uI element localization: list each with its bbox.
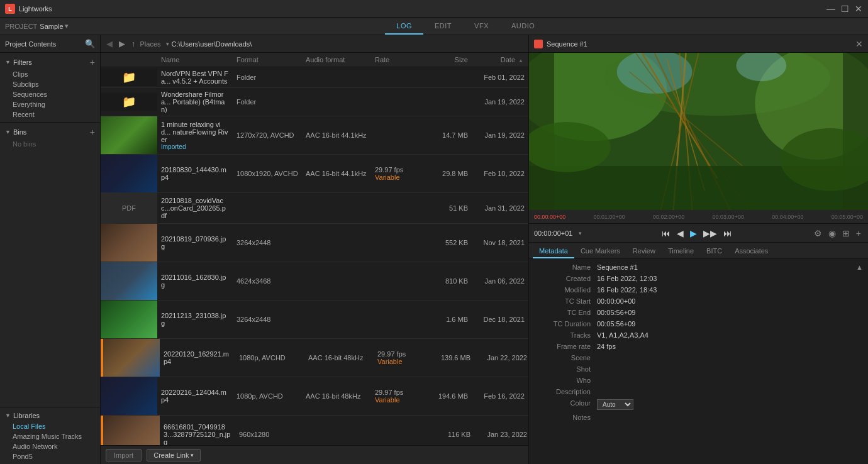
row-name: 20211016_162830.jpg — [157, 271, 233, 291]
ruler-mark-1: 00:01:00+00 — [594, 214, 625, 220]
nav-back-button[interactable]: ◀ — [104, 39, 114, 48]
col-header-format[interactable]: Format — [233, 55, 302, 65]
table-row[interactable]: 20211016_162830.jpg 4624x3468 810 KB Jan… — [101, 262, 528, 301]
titlebar: L Lightworks — ☐ ✕ — [0, 0, 868, 18]
playback-bar: 00:00:00+01 ▾ ⏮ ◀ ▶ ▶▶ ⏭ ⚙ ◉ ⊞ + — [529, 224, 868, 243]
right-panel: Sequence #1 ✕ — [528, 35, 868, 464]
video-preview — [529, 53, 868, 210]
playback-goto-start-button[interactable]: ⏮ — [660, 228, 672, 238]
tab-log[interactable]: LOG — [385, 18, 423, 35]
playback-prev-frame-button[interactable]: ◀ — [675, 228, 686, 238]
bins-add-icon[interactable]: + — [90, 127, 95, 137]
tab-cue-markers[interactable]: Cue Markers — [574, 245, 626, 258]
row-thumb — [101, 301, 157, 338]
row-rate: 29.97 fps Variable — [371, 166, 421, 181]
row-size: 552 KB — [421, 239, 472, 246]
library-local-files[interactable]: Local Files — [0, 421, 100, 431]
tab-edit[interactable]: EDIT — [423, 18, 463, 35]
row-date: Jan 19, 2022 — [472, 131, 528, 139]
metadata-row-created: Created 16 Feb 2022, 12:03 — [529, 273, 868, 284]
library-amazing-music[interactable]: Amazing Music Tracks — [0, 431, 100, 441]
filter-subclips[interactable]: Subclips — [0, 79, 100, 89]
bins-arrow-icon: ▼ — [5, 129, 11, 135]
colour-select[interactable]: Auto Red Green Blue — [597, 399, 633, 410]
metadata-row-framerate: Frame rate 24 fps — [529, 341, 868, 352]
file-list-header: Name Format Audio format Rate Size Date … — [101, 53, 528, 67]
tab-bitc[interactable]: BITC — [700, 245, 728, 258]
table-row[interactable]: 20220216_124044.mp4 1080p, AVCHD AAC 16-… — [101, 377, 528, 416]
sequence-close-button[interactable]: ✕ — [855, 39, 863, 49]
table-row[interactable]: 1 minute relaxing vid... natureFlowing R… — [101, 116, 528, 155]
libraries-arrow-icon: ▼ — [5, 412, 11, 419]
table-row[interactable]: 📁 NordVPN Best VPN Fa... v4.5.2 + Accoun… — [101, 67, 528, 88]
playback-icon-2[interactable]: ◉ — [826, 228, 838, 238]
row-format: Folder — [233, 98, 302, 106]
playback-icon-3[interactable]: ⊞ — [840, 228, 852, 238]
path-value: C:\Users\user\Downloads\ — [172, 40, 252, 48]
playback-icon-1[interactable]: ⚙ — [812, 228, 824, 238]
bins-section-header[interactable]: ▼ Bins + — [0, 125, 100, 139]
row-format: 4624x3468 — [233, 277, 302, 285]
row-audio: AAC 16-bit 48kHz — [302, 392, 371, 400]
tab-vfx[interactable]: VFX — [463, 18, 500, 35]
filter-recent[interactable]: Recent — [0, 109, 100, 119]
create-link-button[interactable]: Create Link ▾ — [147, 449, 201, 461]
col-header-name[interactable]: Name — [157, 55, 233, 65]
folder-icon: 📁 — [122, 95, 136, 109]
playback-play-button[interactable]: ▶ — [688, 228, 699, 238]
metadata-collapse-icon[interactable]: ▲ — [856, 263, 863, 271]
row-size: 139.6 MB — [424, 354, 474, 362]
nav-up-button[interactable]: ↑ — [130, 39, 138, 48]
tab-metadata[interactable]: Metadata — [533, 245, 574, 258]
col-header-audio[interactable]: Audio format — [302, 55, 371, 65]
file-list: 📁 NordVPN Best VPN Fa... v4.5.2 + Accoun… — [101, 67, 528, 445]
filter-clips[interactable]: Clips — [0, 69, 100, 79]
table-row[interactable]: 20180830_144430.mp4 1080x1920, AVCHD AAC… — [101, 155, 528, 193]
tab-review[interactable]: Review — [626, 245, 662, 258]
row-audio: AAC 16-bit 44.1kHz — [302, 131, 371, 139]
row-date: Feb 10, 2022 — [472, 170, 528, 177]
timecode-dropdown-icon[interactable]: ▾ — [579, 230, 582, 236]
sequence-header: Sequence #1 ✕ — [529, 35, 868, 53]
table-row[interactable]: 📁 Wondershare Filmora... Portable) (B4tm… — [101, 88, 528, 116]
table-row[interactable]: 20211213_231038.jpg 3264x2448 1.6 MB Dec… — [101, 301, 528, 339]
col-header-date[interactable]: Date ▲ — [472, 55, 528, 65]
maximize-button[interactable]: ☐ — [840, 4, 849, 13]
project-name-button[interactable]: Sample — [40, 23, 63, 30]
menubar: PROJECT Sample ▾ LOG EDIT VFX AUDIO — [0, 18, 868, 35]
import-button[interactable]: Import — [106, 449, 142, 461]
preview-svg — [529, 53, 868, 210]
path-dropdown-icon[interactable]: ▾ — [166, 41, 169, 47]
library-audio-network[interactable]: Audio Network — [0, 441, 100, 451]
browser-toolbar: ◀ ▶ ↑ Places ▾ C:\Users\user\Downloads\ — [101, 35, 528, 53]
filters-add-icon[interactable]: + — [90, 57, 95, 67]
filter-everything[interactable]: Everything — [0, 99, 100, 109]
table-row[interactable]: 66616801_70499183...32879725120_n.jpg 96… — [101, 416, 528, 445]
app-icon: L — [5, 4, 15, 14]
filter-sequences[interactable]: Sequences — [0, 89, 100, 99]
tab-audio[interactable]: AUDIO — [500, 18, 546, 35]
sequence-indicator — [534, 40, 543, 48]
metadata-row-notes: Notes — [529, 412, 868, 423]
table-row[interactable]: PDF 20210818_covidVacc...onCard_200265.p… — [101, 193, 528, 224]
search-icon[interactable]: 🔍 — [85, 39, 95, 48]
nav-forward-button[interactable]: ▶ — [117, 39, 127, 48]
playback-add-icon[interactable]: + — [854, 228, 863, 238]
tab-timeline[interactable]: Timeline — [662, 245, 700, 258]
close-button[interactable]: ✕ — [854, 4, 863, 13]
tab-associates[interactable]: Associates — [728, 245, 774, 258]
table-row[interactable]: 20210819_070936.jpg 3264x2448 552 KB Nov… — [101, 224, 528, 262]
libraries-section-header[interactable]: ▼ Libraries — [0, 410, 100, 421]
path-label[interactable]: Places — [140, 40, 161, 48]
col-header-rate[interactable]: Rate — [371, 55, 421, 65]
minimize-button[interactable]: — — [826, 4, 835, 13]
library-pond5[interactable]: Pond5 — [0, 451, 100, 461]
col-header-size[interactable]: Size — [421, 55, 472, 65]
filters-section-header[interactable]: ▼ Filters + — [0, 55, 100, 69]
row-name: 20211213_231038.jpg — [157, 309, 233, 329]
playback-goto-end-button[interactable]: ⏭ — [721, 228, 734, 238]
playback-next-frame-button[interactable]: ▶▶ — [701, 228, 719, 238]
metadata-tabs: Metadata Cue Markers Review Timeline BIT… — [529, 243, 868, 259]
table-row[interactable]: 20220120_162921.mp4 1080p, AVCHD AAC 16-… — [101, 339, 528, 377]
titlebar-controls: — ☐ ✕ — [826, 4, 863, 13]
